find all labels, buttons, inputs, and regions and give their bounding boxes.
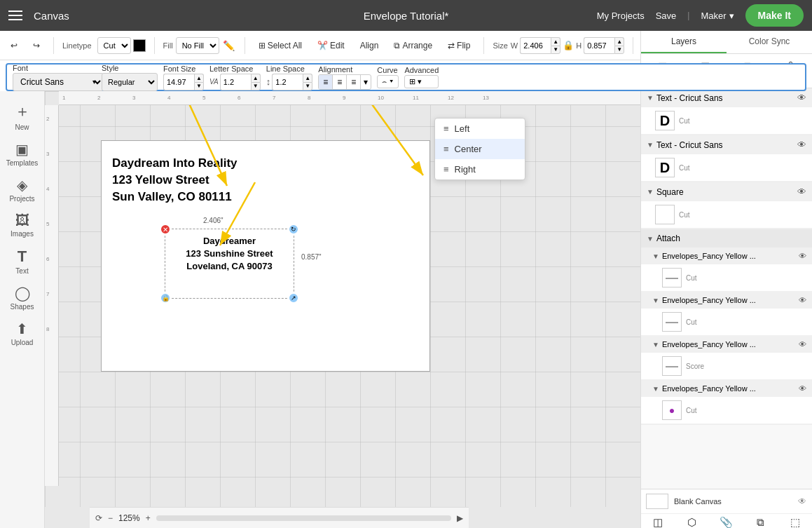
width-input[interactable]: [520, 37, 551, 54]
sidebar-item-images[interactable]: 🖼 Images: [3, 208, 42, 242]
maker-selector[interactable]: Maker ▾: [701, 11, 734, 21]
layer-header-env1[interactable]: ▼ Envelopes_Fancy Yellow ... 👁: [641, 248, 812, 264]
horizontal-scrollbar[interactable]: [156, 515, 451, 521]
zoom-out-button[interactable]: −: [108, 513, 113, 523]
make-it-button[interactable]: Make It: [745, 4, 804, 27]
layer-header-attach[interactable]: ▼ Attach: [641, 229, 812, 248]
fill-color-box[interactable]: [133, 39, 146, 52]
font-size-up[interactable]: ▲: [194, 74, 204, 82]
chevron-down-icon: ▾: [92, 78, 96, 86]
align-center-item[interactable]: ≡ Center: [435, 139, 525, 159]
letter-space-input[interactable]: [220, 74, 251, 90]
slice-button[interactable]: ◫ Slice: [640, 514, 675, 528]
align-right-button[interactable]: ≡: [347, 75, 361, 89]
scroll-right-button[interactable]: ▶: [457, 513, 463, 523]
edit-icon: ✂️: [317, 41, 328, 50]
align-dropdown-icon[interactable]: ▾: [361, 75, 371, 89]
upload-icon: ⬆: [16, 320, 28, 337]
handle-lock[interactable]: 🔒: [160, 292, 171, 304]
sidebar-item-text[interactable]: T Text: [3, 243, 42, 279]
handle-rotate[interactable]: ↻: [288, 224, 299, 235]
sidebar-item-upload[interactable]: ⬆ Upload: [3, 316, 42, 351]
layer-header-text1[interactable]: ▼ Text - Cricut Sans 👁: [641, 88, 812, 107]
flatten-button[interactable]: ⧉ Flatten: [743, 514, 778, 528]
visibility-icon[interactable]: 👁: [799, 340, 806, 348]
visibility-icon[interactable]: 👁: [799, 252, 806, 260]
my-projects-link[interactable]: My Projects: [597, 11, 645, 21]
linetype-select[interactable]: Cut: [97, 37, 131, 54]
tab-layers[interactable]: Layers: [641, 31, 727, 53]
lock-icon[interactable]: 🔒: [563, 40, 574, 50]
align-left-button[interactable]: ≡: [319, 75, 333, 89]
zoom-in-button[interactable]: +: [146, 513, 151, 523]
layer-header-env3[interactable]: ▼ Envelopes_Fancy Yellow ... 👁: [641, 336, 812, 353]
right-panel: Layers Color Sync ⊞ Group ⊟ UnGroup ⧉ Du…: [640, 31, 812, 528]
arrange-button[interactable]: ⧉ Arrange: [389, 38, 437, 53]
edit-button[interactable]: ✂️ Edit: [312, 38, 350, 53]
height-input[interactable]: [584, 37, 614, 54]
font-size-down[interactable]: ▼: [194, 82, 204, 90]
fill-select[interactable]: No Fill: [176, 37, 219, 54]
align-right-item[interactable]: ≡ Right: [435, 159, 525, 180]
layer-header-env2[interactable]: ▼ Envelopes_Fancy Yellow ... 👁: [641, 292, 812, 309]
arrange-icon: ⧉: [394, 41, 400, 50]
selected-text-box[interactable]: Daydreamer 123 Sunshine Street Loveland,…: [165, 229, 294, 299]
letter-spacing-group: Letter Space VA ▲ ▼: [209, 65, 261, 90]
font-select[interactable]: Cricut Sans: [13, 73, 104, 91]
contour-button[interactable]: ⬚ Contour: [778, 514, 812, 528]
redo-button[interactable]: ↪: [28, 38, 45, 53]
undo-button[interactable]: ↩: [6, 38, 22, 53]
chevron-icon: ▼: [647, 188, 654, 196]
width-up-btn[interactable]: ▲: [551, 37, 560, 46]
line-space-up[interactable]: ▲: [303, 74, 312, 82]
tab-color-sync[interactable]: Color Sync: [727, 31, 812, 53]
select-all-button[interactable]: ⊞ Select All: [254, 38, 307, 53]
visibility-icon[interactable]: 👁: [799, 296, 806, 304]
zoom-reset-button[interactable]: ⟳: [95, 513, 102, 523]
layer-header-env4[interactable]: ▼ Envelopes_Fancy Yellow ... 👁: [641, 380, 812, 397]
sidebar-item-templates[interactable]: ▣ Templates: [3, 137, 42, 171]
layer-sublabel: Cut: [679, 164, 806, 172]
fill-edit-icon[interactable]: ✏️: [221, 39, 236, 53]
visibility-icon[interactable]: 👁: [799, 384, 806, 393]
sidebar-item-label: Upload: [11, 339, 34, 346]
blank-canvas-eye-icon[interactable]: 👁: [798, 496, 806, 506]
handle-resize[interactable]: ↗: [288, 292, 299, 304]
font-size-input[interactable]: [163, 74, 194, 90]
hamburger-menu[interactable]: [8, 11, 22, 20]
letter-space-up[interactable]: ▲: [251, 74, 261, 82]
sidebar-item-new[interactable]: ＋ New: [3, 97, 42, 135]
align-button[interactable]: Align: [355, 38, 384, 53]
visibility-icon[interactable]: 👁: [797, 140, 806, 150]
width-down-btn[interactable]: ▼: [551, 46, 560, 54]
layer-header-text2[interactable]: ▼ Text - Cricut Sans 👁: [641, 135, 812, 154]
line-space-label: Line Space: [266, 65, 313, 73]
visibility-icon[interactable]: 👁: [797, 93, 806, 103]
sidebar-item-shapes[interactable]: ◯ Shapes: [3, 280, 42, 315]
sidebar-item-projects[interactable]: ◈ Projects: [3, 172, 42, 207]
align-center-button[interactable]: ≡: [333, 75, 347, 89]
height-label: H: [576, 41, 582, 50]
align-left-item[interactable]: ≡ Left: [435, 119, 525, 139]
handle-delete[interactable]: ✕: [160, 224, 171, 235]
new-icon: ＋: [15, 101, 30, 122]
curve-button[interactable]: ⌢ ▾: [377, 75, 399, 88]
weld-button[interactable]: ⬡ Weld: [675, 514, 709, 528]
flip-icon: ⇄: [448, 41, 455, 50]
layer-header-square[interactable]: ▼ Square 👁: [641, 182, 812, 201]
separator: [245, 37, 245, 54]
canvas-board[interactable]: Daydream Into Reality 123 Yellow Street …: [101, 140, 430, 372]
layer-thumbnail: —: [662, 356, 682, 376]
font-size-group: Font Size ▲ ▼: [163, 65, 204, 90]
advanced-button[interactable]: ⊞ ▾: [404, 75, 439, 88]
line-space-input[interactable]: [272, 74, 303, 90]
height-up-btn[interactable]: ▲: [614, 37, 624, 46]
visibility-icon[interactable]: 👁: [797, 187, 806, 197]
line-space-down[interactable]: ▼: [303, 82, 312, 90]
letter-space-down[interactable]: ▼: [251, 82, 261, 90]
flip-button[interactable]: ⇄ Flip: [443, 38, 475, 53]
style-select[interactable]: Regular: [102, 73, 158, 91]
save-link[interactable]: Save: [656, 11, 677, 21]
height-down-btn[interactable]: ▼: [614, 46, 624, 54]
attach-button[interactable]: 📎 Attach: [709, 514, 743, 528]
